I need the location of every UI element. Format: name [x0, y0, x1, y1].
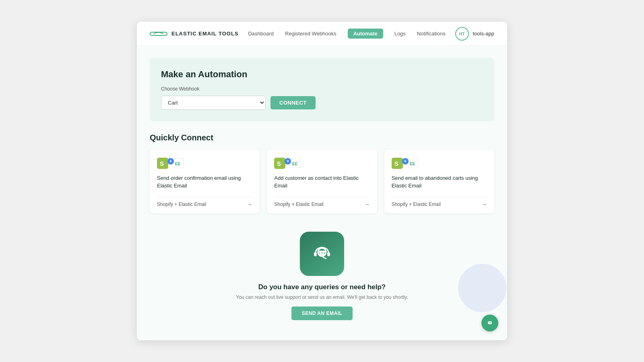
svg-text:S: S [394, 160, 398, 167]
svg-text:S: S [277, 160, 281, 167]
connect-card-1[interactable]: S + EE Send order confirmation email usi… [150, 150, 260, 213]
navbar: ELASTIC EMAIL TOOLS Dashboard Registered… [137, 22, 507, 46]
webhook-row: Cart Order Customer CONNECT [161, 96, 483, 110]
card-3-footer-text: Shopify + Elastic Email [392, 202, 441, 207]
support-subtitle: You can reach out live support or send u… [236, 294, 408, 300]
svg-text:EE: EE [410, 162, 415, 166]
card-1-description: Send order confirmation email using Elas… [157, 175, 252, 189]
card-3-footer: Shopify + Elastic Email → [392, 197, 487, 208]
support-icon [309, 241, 335, 267]
chat-icon [485, 319, 494, 327]
quickly-connect-title: Quickly Connect [150, 133, 494, 142]
shopify-icon-2: S [274, 158, 285, 169]
shopify-icon-3: S [392, 158, 403, 169]
navbar-nav: Dashboard Registered Webhooks Automate L… [248, 29, 445, 39]
card-2-description: Add customer as contact into Elastic Ema… [274, 175, 369, 189]
support-title: Do you have any queries or need help? [258, 283, 386, 291]
svg-point-18 [322, 252, 323, 253]
card-1-arrow: → [247, 201, 252, 208]
main-content: Make an Automation Choose Webhook Cart O… [137, 46, 507, 340]
brand-title: ELASTIC EMAIL TOOLS [171, 31, 239, 37]
webhook-select[interactable]: Cart Order Customer [161, 96, 266, 110]
card-2-arrow: → [364, 201, 370, 208]
elastic-icon-2: EE [291, 158, 301, 168]
shopify-icon-1: S [157, 158, 168, 169]
svg-point-23 [489, 322, 490, 323]
bg-decoration-circle [458, 264, 506, 312]
svg-rect-14 [314, 252, 317, 256]
nav-webhooks[interactable]: Registered Webhooks [285, 31, 336, 37]
svg-point-19 [324, 252, 325, 253]
nav-logs[interactable]: Logs [394, 31, 406, 37]
card-1-footer: Shopify + Elastic Email → [157, 197, 252, 208]
elastic-icon-3: EE [409, 158, 418, 168]
svg-point-17 [319, 252, 320, 253]
connect-button[interactable]: CONNECT [270, 96, 316, 109]
chat-button[interactable] [481, 315, 498, 331]
webhook-label: Choose Webhook [161, 86, 483, 92]
navbar-right: HT tools-app [455, 27, 494, 41]
elastic-icon-1: EE [174, 158, 184, 168]
send-email-button[interactable]: SEND AN EMAIL [291, 306, 353, 320]
nav-notifications[interactable]: Notifications [417, 31, 446, 37]
card-2-icons: S + EE [274, 158, 369, 169]
card-1-icons: S + EE [157, 158, 252, 169]
support-icon-wrap [300, 232, 344, 276]
svg-point-22 [489, 322, 489, 323]
connect-card-3[interactable]: S + EE Send email to abandoned carts usi… [384, 150, 494, 213]
brand-logo [150, 29, 167, 38]
automation-title: Make an Automation [161, 69, 483, 80]
svg-text:EE: EE [175, 162, 181, 166]
nav-dashboard[interactable]: Dashboard [248, 31, 274, 37]
card-3-description: Send email to abandoned carts using Elas… [392, 175, 487, 189]
nav-automate[interactable]: Automate [348, 29, 383, 39]
plus-icon-3: + [402, 158, 409, 165]
brand: ELASTIC EMAIL TOOLS [150, 29, 239, 38]
app-window: ELASTIC EMAIL TOOLS Dashboard Registered… [137, 22, 507, 340]
svg-text:S: S [160, 160, 164, 167]
plus-icon-1: + [167, 158, 174, 165]
plus-icon-2: + [285, 158, 291, 165]
card-2-footer: Shopify + Elastic Email → [274, 197, 369, 208]
card-1-footer-text: Shopify + Elastic Email [157, 202, 206, 207]
card-2-footer-text: Shopify + Elastic Email [274, 202, 323, 207]
support-section: Do you have any queries or need help? Yo… [150, 228, 494, 324]
svg-rect-15 [327, 252, 330, 256]
svg-text:EE: EE [292, 162, 298, 166]
card-3-arrow: → [481, 201, 487, 208]
svg-point-24 [491, 322, 491, 323]
account-name: tools-app [473, 31, 494, 37]
cards-row: S + EE Send order confirmation email usi… [150, 150, 494, 213]
automation-section: Make an Automation Choose Webhook Cart O… [150, 58, 494, 121]
avatar: HT [455, 27, 469, 41]
connect-card-2[interactable]: S + EE Add customer as contact into Elas… [267, 150, 377, 213]
card-3-icons: S + EE [392, 158, 487, 169]
